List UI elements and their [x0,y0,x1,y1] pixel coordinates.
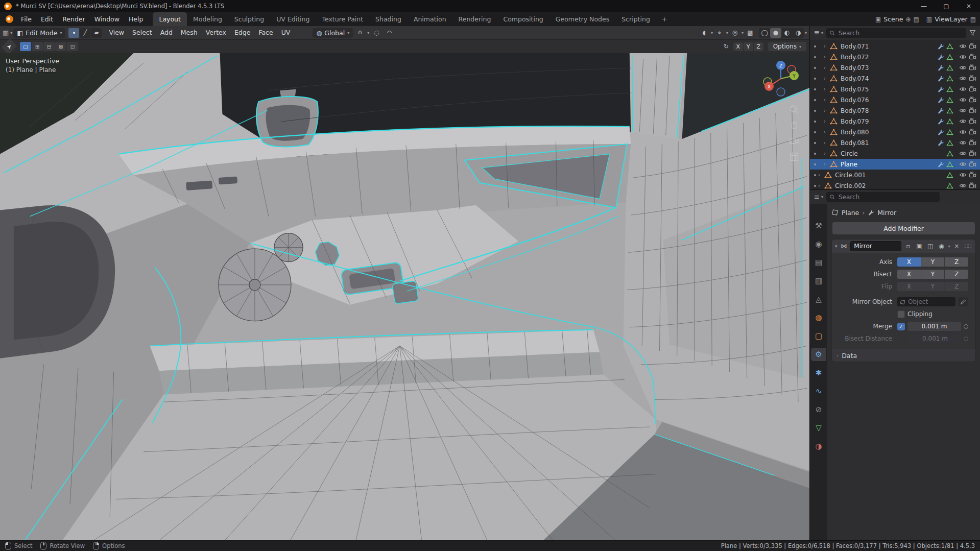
menu-item[interactable]: Edit [36,12,58,26]
gizmo-neg-z[interactable] [777,88,785,96]
workspace-tab[interactable]: Texture Paint [316,12,369,26]
disclosure-chevron-icon[interactable]: › [818,183,822,188]
modifier-wrench-icon[interactable] [937,129,944,136]
axis-y-button[interactable]: Y [921,257,945,267]
mirror-axis-toggle[interactable]: X [733,42,743,51]
mode-dropdown[interactable]: ◧ Edit Mode ▾ [13,28,65,38]
move-view-icon[interactable] [789,120,799,130]
disclosure-chevron-icon[interactable]: › [824,97,828,103]
disable-render-camera-icon[interactable] [969,160,976,168]
modifier-wrench-icon[interactable] [937,161,944,168]
disable-render-camera-icon[interactable] [969,128,976,136]
properties-tab[interactable]: ▽ [811,421,826,435]
modifier-wrench-icon[interactable] [937,64,944,71]
viewport-menu-item[interactable]: Mesh [177,26,202,39]
select-extend-button[interactable]: ⊞ [32,42,43,51]
modifier-header[interactable]: ▾ ⋈ ▫ ▣ ◫ ◉ ▾ × ∷∷ [832,239,975,253]
mirror-transform-icon[interactable]: ↻ [721,42,732,52]
delete-modifier-icon[interactable]: × [952,242,961,251]
hide-eye-icon[interactable] [959,107,967,114]
mesh-data-icon[interactable] [946,54,953,61]
bisect-z-button[interactable]: Z [945,270,968,279]
disable-render-camera-icon[interactable] [969,42,976,50]
select-new-button[interactable]: ▢ [20,42,31,51]
snap-magnet-icon[interactable]: ∪ [354,28,366,38]
outliner-editor-type-icon[interactable]: ≣▾ [814,29,823,37]
show-on-cage-icon[interactable]: ▫ [903,242,913,251]
outliner-row[interactable]: › Body.071 [810,41,980,52]
properties-tab[interactable]: ✱ [811,366,826,379]
outliner-row[interactable]: › Body.078 [810,105,980,116]
hide-eye-icon[interactable] [959,160,967,168]
mesh-data-icon[interactable] [946,118,953,125]
properties-tab[interactable]: ∿ [811,385,826,398]
properties-tab[interactable]: ⚒ [811,219,826,232]
outliner-row[interactable]: › Body.075 [810,84,980,94]
menu-item[interactable]: Help [124,12,148,26]
outliner-row[interactable]: › Body.079 [810,116,980,127]
disable-render-camera-icon[interactable] [969,171,976,179]
disclosure-chevron-icon[interactable]: › [818,172,822,178]
select-invert-button[interactable]: ⊠ [55,42,66,51]
hide-eye-icon[interactable] [959,53,967,61]
copy-scene-icon[interactable]: ▤ [913,16,919,23]
disable-render-camera-icon[interactable] [969,182,976,189]
select-box-tool-icon[interactable]: ➤ [1,38,17,54]
breadcrumb-modifier[interactable]: Mirror [877,209,896,217]
viewport-menu-item[interactable]: Select [128,26,156,39]
outliner-row[interactable]: › Body.076 [810,94,980,105]
toggle-grid-icon[interactable] [789,152,799,162]
hide-eye-icon[interactable] [959,182,967,189]
filter-icon[interactable] [969,30,976,36]
disable-render-camera-icon[interactable] [969,107,976,114]
maximize-button[interactable]: ▢ [935,0,958,12]
axis-z-button[interactable]: Z [945,257,968,267]
workspace-tab[interactable]: Layout [153,12,187,26]
viewport-editor-type-icon[interactable]: ▦▾ [3,29,12,37]
outliner-row[interactable]: › Body.080 [810,127,980,137]
modifier-wrench-icon[interactable] [937,97,944,104]
view-layer-selector[interactable]: ▥ ViewLayer ▤ [926,15,976,23]
show-overlays-icon[interactable]: ◎ [729,28,740,38]
blender-menu-logo[interactable] [4,15,14,24]
add-workspace-button[interactable]: + [658,15,671,23]
workspace-tab[interactable]: Compositing [497,12,549,26]
properties-tab[interactable]: ▥ [811,274,826,288]
properties-search[interactable] [826,192,940,202]
properties-tab[interactable]: ◑ [811,440,826,453]
xray-toggle-icon[interactable]: ▩ [745,28,756,38]
bisect-x-button[interactable]: X [897,270,921,279]
mesh-data-icon[interactable] [946,150,953,157]
mesh-data-icon[interactable] [946,182,953,189]
solid-shading-icon[interactable]: ● [770,28,781,38]
disclosure-chevron-icon[interactable]: › [824,140,828,146]
hide-eye-icon[interactable] [959,139,967,147]
properties-tab[interactable]: ▢ [811,329,826,343]
mirror-axis-toggle[interactable]: Y [744,42,753,51]
outliner-search-input[interactable] [838,29,963,37]
outliner-row[interactable]: › Circle.002 [810,180,980,189]
mesh-data-icon[interactable] [946,43,953,50]
minimize-button[interactable]: — [913,0,935,12]
disable-render-camera-icon[interactable] [969,96,976,104]
outliner-row[interactable]: › Circle [810,148,980,159]
pin-scene-icon[interactable]: ⊕ [905,16,911,23]
hide-eye-icon[interactable] [959,117,967,125]
viewport-menu-item[interactable]: Face [254,26,277,39]
menu-item[interactable]: Window [90,12,124,26]
menu-item[interactable]: Render [58,12,90,26]
vertex-select-button[interactable]: ∙ [68,28,79,38]
proportional-falloff-icon[interactable]: ◠ [384,28,395,38]
properties-tab[interactable]: ◉ [811,237,826,251]
workspace-tab[interactable]: Modeling [187,12,228,26]
add-modifier-button[interactable]: Add Modifier [832,222,975,234]
merge-animate-dot[interactable] [964,324,968,329]
hide-eye-icon[interactable] [959,64,967,71]
outliner-row[interactable]: › Plane [810,159,980,170]
modifier-extras-chevron-icon[interactable]: ▾ [948,244,950,249]
data-subpanel-header[interactable]: › Data [832,349,975,362]
outliner-row[interactable]: › Body.072 [810,52,980,62]
disclosure-chevron-icon[interactable]: › [824,76,828,81]
modifier-wrench-icon[interactable] [937,75,944,82]
mesh-data-icon[interactable] [946,107,953,114]
